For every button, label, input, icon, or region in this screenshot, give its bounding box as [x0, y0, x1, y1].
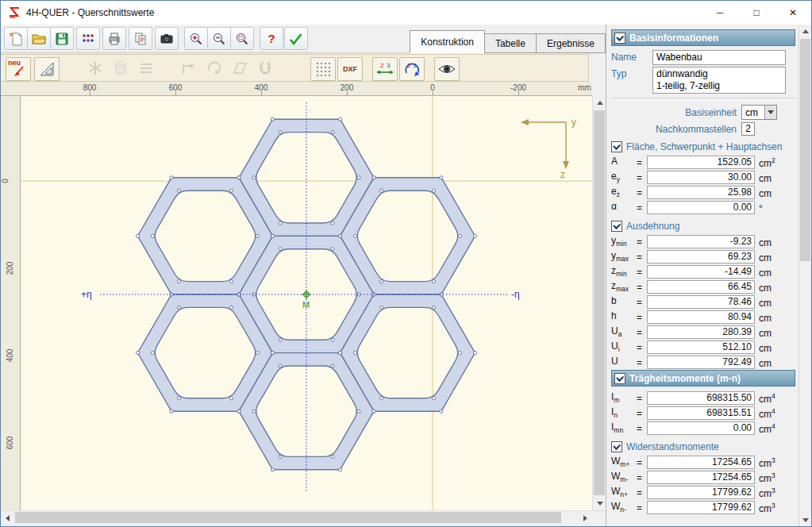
value-field[interactable]: 17254.65	[647, 456, 755, 469]
svg-text:2: 2	[380, 62, 384, 69]
checkbox-traegheitsmomente[interactable]	[614, 373, 625, 384]
axes-mode-button[interactable]: 23	[372, 57, 398, 81]
checkbox-ausdehnung[interactable]	[611, 221, 622, 232]
confirm-button[interactable]	[284, 27, 308, 50]
tab-label: Ergebnisse	[547, 38, 595, 49]
dxf-import-button[interactable]: DXF	[337, 57, 363, 81]
value-row-zmax: zmax=66.45cm	[611, 279, 795, 294]
raster-button[interactable]	[310, 57, 336, 81]
print-button[interactable]	[102, 27, 126, 50]
help-button[interactable]: ?	[260, 27, 283, 50]
minimize-button[interactable]: ─	[702, 1, 738, 25]
unit-label: cm	[755, 251, 772, 264]
svg-text:3: 3	[387, 62, 391, 69]
checkbox-widerstandsmomente[interactable]	[611, 441, 622, 452]
scroll-up-button[interactable]	[593, 96, 606, 110]
row-symbol: U	[611, 356, 637, 368]
rotate-view-button[interactable]: 23	[399, 57, 425, 81]
unit-label: cm	[755, 296, 772, 309]
value-field[interactable]: -9.23	[647, 235, 755, 248]
tab-ergebnisse[interactable]: Ergebnisse	[536, 33, 606, 53]
new-element-button[interactable]: neu	[6, 57, 31, 81]
value-field[interactable]: 17799.62	[647, 501, 755, 514]
zoom-out-icon	[211, 31, 227, 47]
value-field[interactable]: 17799.62	[647, 486, 755, 499]
drawing-canvas[interactable]: +η -η M y z	[21, 96, 592, 510]
panel-header-label: Basisinformationen	[629, 33, 718, 44]
value-field[interactable]: 0.00	[647, 421, 755, 435]
edit-geometry-button[interactable]	[34, 57, 60, 81]
main-area: ? Konstruktion Tabelle Ergebnisse neu	[1, 25, 606, 527]
tab-konstruktion[interactable]: Konstruktion	[410, 30, 485, 53]
rotate-tool-button[interactable]	[202, 57, 226, 79]
value-field[interactable]: 80.94	[647, 310, 755, 324]
value-field[interactable]: 0.00	[647, 201, 755, 214]
checkbox-basisinformationen[interactable]	[614, 33, 625, 44]
unit-label: cm3	[755, 487, 775, 499]
unit-label: cm2	[755, 156, 775, 169]
value-row-zmin: zmin=-14.49cm	[611, 264, 795, 279]
unit-label: cm3	[755, 456, 775, 469]
lines-icon	[137, 60, 155, 77]
value-field[interactable]: 78.46	[647, 295, 755, 309]
section-flaeche-schwerpunkt: Fläche, Schwerpunkt + Hauptachsen	[611, 141, 795, 152]
svg-text:3: 3	[413, 62, 417, 69]
visibility-button[interactable]	[434, 57, 460, 81]
copy-pages-icon	[133, 31, 148, 47]
save-button[interactable]	[50, 27, 74, 50]
close-button[interactable]: ✕	[775, 1, 811, 25]
row-symbol: Wm-	[611, 471, 637, 483]
checkbox-flaeche[interactable]	[611, 141, 622, 152]
value-field[interactable]: 698315.51	[647, 406, 755, 420]
zoom-in-button[interactable]	[184, 27, 208, 50]
new-file-button[interactable]	[4, 27, 28, 50]
scroll-up-button[interactable]	[799, 25, 811, 38]
value-field[interactable]: -14.49	[647, 265, 755, 279]
nachkommastellen-field[interactable]: 2	[741, 122, 755, 136]
value-row-Im: Im=698315.50cm4	[611, 390, 795, 406]
scrollbar-thumb[interactable]	[594, 110, 605, 495]
point-grid-button[interactable]	[76, 27, 100, 50]
value-field[interactable]: 30.00	[647, 171, 755, 184]
scroll-right-button[interactable]	[579, 511, 592, 525]
shear-tool-button[interactable]	[228, 57, 252, 79]
ruler-label: 400	[6, 349, 14, 363]
value-field[interactable]: 280.39	[647, 325, 755, 339]
solid-tool-button[interactable]	[109, 57, 133, 79]
open-file-button[interactable]	[27, 27, 51, 50]
maximize-button[interactable]: □	[738, 1, 775, 25]
scrollbar-thumb[interactable]	[15, 512, 561, 523]
canvas-horizontal-scrollbar[interactable]	[1, 510, 606, 524]
value-field[interactable]: 66.45	[647, 280, 755, 294]
basiseinheit-select[interactable]: cm	[741, 105, 777, 120]
value-field[interactable]: 512.10	[647, 340, 755, 354]
name-field[interactable]: Wabenbau	[652, 50, 786, 65]
value-field[interactable]: 1529.05	[647, 156, 755, 169]
value-row-ez: ez=25.98cm	[611, 185, 795, 200]
tab-tabelle[interactable]: Tabelle	[484, 33, 537, 53]
zoom-out-button[interactable]	[207, 27, 231, 50]
scroll-down-button[interactable]	[799, 514, 811, 527]
printer-icon	[106, 31, 122, 47]
screenshot-button[interactable]	[155, 27, 179, 50]
unit-label: cm	[755, 281, 772, 294]
copy-button[interactable]	[129, 27, 152, 50]
panel-scrollbar[interactable]	[799, 25, 811, 527]
value-field[interactable]: 698315.50	[647, 391, 755, 405]
panel-header-basisinformationen: Basisinformationen	[611, 29, 795, 46]
zoom-window-button[interactable]	[230, 27, 254, 50]
value-field[interactable]: 69.23	[647, 250, 755, 264]
scroll-left-button[interactable]	[1, 511, 14, 525]
lines-tool-button[interactable]	[134, 57, 158, 79]
scrollbar-thumb[interactable]	[800, 39, 810, 261]
move-tool-button[interactable]	[177, 57, 201, 79]
scroll-down-button[interactable]	[593, 497, 606, 510]
snap-tool-button[interactable]	[253, 57, 277, 79]
value-field[interactable]: 25.98	[647, 186, 755, 199]
dropdown-arrow-icon[interactable]	[764, 106, 776, 119]
typ-field[interactable]: dünnwandig 1-teilig, 7-zellig	[652, 67, 786, 94]
point-tool-button[interactable]	[83, 57, 107, 79]
canvas-vertical-scrollbar[interactable]	[592, 96, 606, 510]
value-field[interactable]: 17254.65	[647, 471, 755, 484]
value-field[interactable]: 792.49	[647, 356, 755, 369]
